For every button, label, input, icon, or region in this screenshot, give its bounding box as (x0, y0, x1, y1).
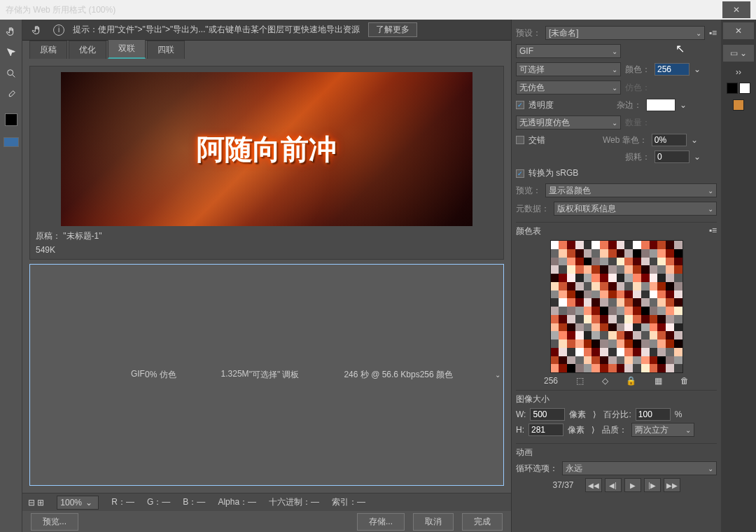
transparency-checkbox[interactable] (516, 101, 524, 109)
ct-icon[interactable]: 🔒 (626, 376, 636, 386)
hex-value: 十六进制：— (269, 496, 319, 508)
reduction-select[interactable]: 可选择 (516, 62, 621, 76)
dropdown-icon[interactable]: ⌄ (680, 100, 687, 110)
index-value: 索引：— (332, 496, 365, 508)
color-table[interactable] (550, 240, 683, 373)
websnap-input[interactable] (652, 134, 687, 146)
preview-button[interactable]: 预览... (31, 513, 78, 531)
tab-original[interactable]: 原稿 (29, 41, 67, 59)
menu-icon[interactable]: ▪≡ (709, 225, 717, 237)
b-value: B：— (183, 496, 205, 508)
dropdown-icon[interactable]: ⌄ (691, 135, 698, 145)
panel-close-icon[interactable]: ✕ (723, 22, 754, 39)
preview-select[interactable]: 显示器颜色 (545, 183, 717, 197)
matte-swatch[interactable] (646, 99, 676, 111)
swatch-pair[interactable] (727, 83, 750, 94)
colortable-label: 颜色表 (516, 225, 541, 237)
mode-icon[interactable] (4, 137, 19, 147)
hand-tool[interactable] (4, 24, 19, 39)
svg-point-0 (7, 70, 13, 76)
ct-icon[interactable]: ◇ (602, 376, 608, 386)
ct-icon[interactable]: ⬚ (576, 376, 584, 386)
close-button[interactable]: ✕ (722, 1, 750, 18)
orange-swatch[interactable] (733, 99, 744, 111)
imagesize-label: 图像大小 (516, 393, 550, 405)
foreground-swatch[interactable] (5, 113, 18, 126)
pointer-tool[interactable] (4, 45, 19, 60)
forward-button[interactable]: ▶▶ (664, 478, 680, 492)
colorcount: 256 (544, 376, 558, 386)
cancel-button[interactable]: 取消 (413, 513, 454, 531)
panel-menu-icon[interactable]: ▭ ⌄ (723, 45, 754, 62)
lossy-input[interactable] (654, 150, 690, 163)
format-select[interactable]: GIF (516, 44, 621, 58)
interlace-checkbox[interactable] (516, 136, 524, 144)
percent-input[interactable] (636, 408, 671, 421)
srgb-checkbox[interactable] (516, 169, 524, 178)
info-icon: i (53, 24, 64, 36)
quality-select[interactable]: 两次立方 (631, 423, 694, 437)
frame-count: 37/37 (552, 480, 573, 490)
play-button[interactable]: ▶ (624, 478, 641, 492)
window-title: 存储为 Web 所用格式 (100%) (6, 4, 115, 16)
loop-select[interactable]: 永远 (562, 461, 717, 475)
eyedropper-tool[interactable] (4, 87, 19, 102)
dropdown-icon[interactable]: ⌄ (694, 64, 701, 74)
preset-select[interactable]: [未命名] (545, 26, 705, 40)
trash-icon[interactable]: 🗑 (680, 376, 689, 386)
r-value: R：— (111, 496, 134, 508)
alpha-value: Alpha：— (218, 496, 256, 508)
g-value: G：— (147, 496, 170, 508)
height-input[interactable] (528, 424, 564, 436)
width-input[interactable] (530, 408, 565, 421)
dropdown-icon[interactable]: ⌄ (694, 152, 701, 162)
panel-expand-icon[interactable]: ›› (736, 67, 741, 77)
prev-frame-button[interactable]: ◀| (605, 478, 622, 492)
tab-optimized[interactable]: 优化 (69, 41, 106, 59)
hint-text: 提示：使用"文件">"导出">"导出为..."或右键单击某个图层可更快速地导出资… (73, 24, 360, 36)
hand-icon (29, 22, 45, 38)
zoom-tool[interactable] (4, 66, 19, 81)
metadata-select[interactable]: 版权和联系信息 (554, 202, 717, 216)
trans-dither-select[interactable]: 无透明度仿色 (516, 115, 621, 130)
rewind-button[interactable]: ◀◀ (585, 478, 602, 492)
anim-label: 动画 (516, 447, 533, 458)
link-icon[interactable]: ⟩ (593, 410, 596, 419)
dither-select[interactable]: 无仿色 (516, 80, 621, 94)
menu-icon[interactable]: ▪≡ (709, 28, 717, 38)
original-thumbnail: 阿随向前冲 (61, 72, 472, 226)
original-panel[interactable]: 阿随向前冲 原稿： "未标题-1" 549K (29, 66, 504, 260)
colors-input[interactable] (654, 63, 690, 76)
save-button[interactable]: 存储... (357, 513, 405, 531)
done-button[interactable]: 完成 (462, 513, 503, 531)
tab-2up[interactable]: 双联 (108, 39, 146, 59)
optimized-panel[interactable]: 阿随向前冲 GIF0% 仿色 1.325M"可选择" 调板 246 秒 @ 56… (29, 264, 504, 486)
learn-more-button[interactable]: 了解更多 (368, 22, 417, 37)
zoom-select[interactable]: 100%⌄ (57, 496, 99, 510)
next-frame-button[interactable]: |▶ (644, 478, 661, 492)
ct-icon[interactable]: ▦ (654, 376, 662, 386)
expand-icon[interactable]: ⊟ ⊞ (28, 498, 44, 507)
tab-4up[interactable]: 四联 (147, 41, 185, 59)
